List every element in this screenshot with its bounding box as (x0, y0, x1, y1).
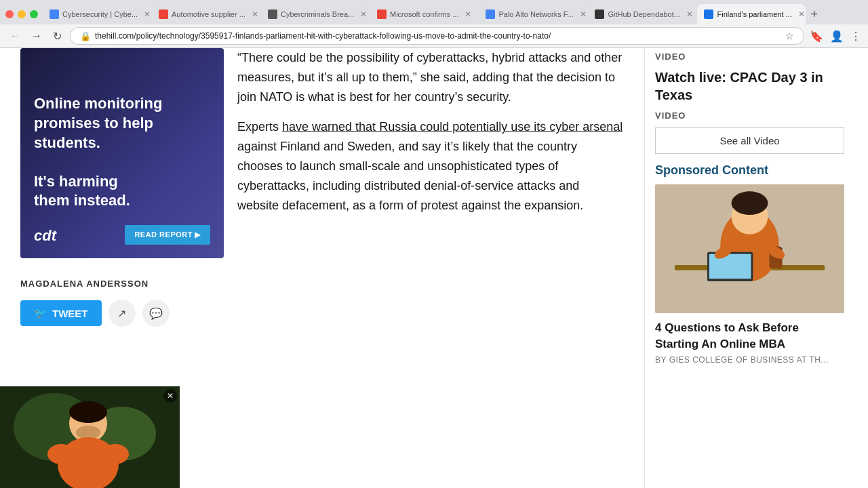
tweet-button[interactable]: 🐦 TWEET (20, 300, 102, 326)
floating-video-thumbnail: ✕ (0, 386, 180, 488)
sponsored-content-label: Sponsored Content (655, 163, 844, 178)
floating-video-widget: ✕ (0, 386, 180, 488)
maximize-button[interactable] (30, 10, 38, 18)
tab-close-icon[interactable]: ✕ (252, 9, 258, 19)
tab-favicon (486, 9, 495, 19)
sponsored-image (655, 184, 844, 313)
svg-point-18 (47, 444, 75, 464)
share-bar: 🐦 TWEET ↗ 💬 (20, 300, 624, 327)
new-tab-button[interactable]: + (806, 7, 822, 22)
star-icon[interactable]: ☆ (785, 30, 794, 41)
floating-video-close-button[interactable]: ✕ (163, 389, 177, 403)
tab-favicon (50, 9, 59, 19)
tab-label: Cybersecurity | Cybe... (62, 10, 138, 18)
ad-logo: cdt (34, 227, 56, 245)
comment-icon: 💬 (149, 307, 163, 320)
video-title: Watch live: CPAC Day 3 in Texas (655, 68, 844, 104)
tab-close-icon[interactable]: ✕ (580, 9, 587, 19)
address-icons: ☆ (785, 30, 794, 41)
svg-point-4 (732, 191, 768, 215)
tab-cybersecurity[interactable]: Cybersecurity | Cybe... ✕ (43, 4, 151, 24)
svg-point-19 (102, 444, 129, 464)
svg-rect-6 (709, 254, 751, 279)
menu-icon[interactable]: ⋮ (850, 30, 861, 43)
tab-label: Finland's parliament ... (717, 10, 791, 18)
tab-automotive[interactable]: Automotive supplier ... ✕ (152, 4, 260, 24)
ad-read-report-button[interactable]: READ REPORT ▶ (125, 225, 210, 245)
address-bar[interactable]: 🔒 thehill.com/policy/technology/3595917-… (70, 27, 804, 45)
quote-attribution: MAGDALENA ANDERSSON (20, 272, 624, 289)
tab-github[interactable]: GitHub Dependabot... ✕ (588, 4, 696, 24)
address-bar-row: ← → ↻ 🔒 thehill.com/policy/technology/35… (0, 24, 868, 47)
lock-icon: 🔒 (80, 31, 91, 41)
sidebar: VIDEO Watch live: CPAC Day 3 in Texas VI… (644, 48, 854, 488)
comment-button[interactable]: 💬 (142, 300, 170, 327)
advertisement-block[interactable]: Online monitoring promises to help stude… (20, 48, 224, 258)
share-icon: ↗ (117, 307, 126, 320)
svg-point-15 (69, 401, 107, 423)
sponsored-byline: BY GIES COLLEGE OF BUSINESS AT TH... (655, 355, 844, 365)
article-link[interactable]: have warned that Russia could potentiall… (282, 120, 623, 134)
tab-microsoft[interactable]: Microsoft confirms ... ✕ (370, 4, 478, 24)
see-all-video-button[interactable]: See all Video (655, 127, 844, 154)
ad-headline: Online monitoring promises to help stude… (34, 94, 210, 211)
back-button[interactable]: ← (7, 28, 23, 43)
tab-favicon (268, 9, 277, 19)
tab-label: GitHub Dependabot... (608, 10, 679, 18)
refresh-button[interactable]: ↻ (50, 28, 64, 44)
video-section-label: VIDEO (655, 48, 844, 62)
browser-chrome: Cybersecurity | Cybe... ✕ Automotive sup… (0, 0, 868, 48)
tab-close-icon[interactable]: ✕ (144, 9, 151, 19)
tab-close-icon[interactable]: ✕ (360, 9, 367, 19)
twitter-icon: 🐦 (34, 307, 47, 319)
tab-label: Microsoft confirms ... (390, 10, 458, 18)
window-buttons (5, 10, 38, 18)
close-button[interactable] (5, 10, 14, 18)
tab-label: Automotive supplier ... (172, 10, 245, 18)
tab-favicon (595, 9, 604, 19)
tab-close-icon[interactable]: ✕ (465, 9, 471, 19)
tab-favicon (377, 9, 387, 19)
profile-icon[interactable]: 👤 (830, 30, 844, 43)
forward-button[interactable]: → (28, 28, 45, 43)
share-button[interactable]: ↗ (108, 300, 136, 327)
tab-cybercriminals[interactable]: Cybercriminals Brea... ✕ (261, 4, 370, 24)
minimize-button[interactable] (18, 10, 26, 18)
tab-finland[interactable]: Finland's parliament ... ✕ (697, 4, 806, 24)
tab-bar: Cybersecurity | Cybe... ✕ Automotive sup… (0, 0, 868, 24)
tab-label: Palo Alto Networks F... (498, 10, 573, 18)
floating-video-svg (0, 386, 180, 488)
url-text: thehill.com/policy/technology/3595917-fi… (95, 31, 781, 41)
tab-favicon (704, 9, 713, 19)
tab-close-icon[interactable]: ✕ (686, 9, 693, 19)
tab-paloalto[interactable]: Palo Alto Networks F... ✕ (479, 4, 587, 24)
video-section-label-2: VIDEO (655, 110, 844, 121)
browser-right-icons: 🔖 👤 ⋮ (810, 30, 861, 43)
sponsored-caption: 4 Questions to Ask Before Starting An On… (655, 320, 844, 352)
tab-close-icon[interactable]: ✕ (798, 9, 805, 19)
tab-favicon (159, 9, 168, 19)
bookmark-icon[interactable]: 🔖 (810, 30, 823, 43)
tab-label: Cybercriminals Brea... (281, 10, 354, 18)
sponsored-image-svg (655, 184, 844, 313)
